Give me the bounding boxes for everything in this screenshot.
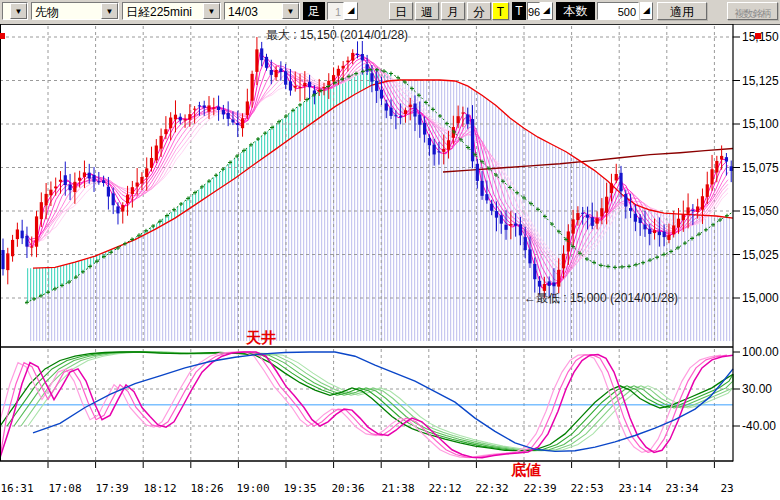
price-axis: 15,15015,12515,10015,07515,05015,02515,0… <box>733 30 779 433</box>
category-select[interactable]: 先物 ▼ <box>31 2 119 20</box>
bar-interval-spin-icon[interactable]: ◢ <box>344 2 358 20</box>
svg-text:19:00: 19:00 <box>236 482 269 495</box>
svg-text:23: 23 <box>720 482 733 495</box>
period-day-button[interactable]: 日 <box>389 2 413 20</box>
left-edge-marker <box>0 33 5 39</box>
bar-label: 足 <box>303 2 325 20</box>
max-price-annotation: 最大 : 15,150 (2014/01/28) <box>266 27 408 44</box>
svg-text:15,075: 15,075 <box>742 161 779 175</box>
min-price-annotation: ←最低 : 15,000 (2014/01/28) <box>524 290 678 307</box>
toolbar: ▼ 先物 ▼ 日経225mini ▼ 14/03 ▼ 足 1 ◢ 日 週 月 分… <box>0 0 780 25</box>
period-month-button[interactable]: 月 <box>441 2 465 20</box>
svg-text:21:38: 21:38 <box>381 482 414 495</box>
svg-text:23:14: 23:14 <box>618 482 651 495</box>
multi-symbol-button[interactable]: 複数銘柄 <box>727 2 778 20</box>
contract-month-select[interactable]: 14/03 ▼ <box>224 2 300 20</box>
svg-text:16:31: 16:31 <box>0 482 33 495</box>
svg-text:19:35: 19:35 <box>283 482 316 495</box>
mini-dropdown[interactable]: ▼ <box>2 2 28 20</box>
tick-mode-button[interactable]: T <box>492 2 509 20</box>
symbol-value: 日経225mini <box>123 3 203 19</box>
chevron-down-icon[interactable]: ▼ <box>203 3 220 19</box>
bar-count-label: 本数 <box>556 2 595 20</box>
svg-text:22:12: 22:12 <box>428 482 461 495</box>
chevron-down-icon[interactable]: ▼ <box>101 3 118 19</box>
apply-button[interactable]: 適用 <box>657 2 707 20</box>
svg-text:22:53: 22:53 <box>570 482 603 495</box>
trading-chart-app: ▼ 先物 ▼ 日経225mini ▼ 14/03 ▼ 足 1 ◢ 日 週 月 分… <box>0 0 780 500</box>
svg-text:17:39: 17:39 <box>95 482 128 495</box>
svg-text:22:39: 22:39 <box>523 482 556 495</box>
rci-mid-line <box>0 352 733 451</box>
time-axis: 16:3117:0817:3918:1218:2619:0019:3520:36… <box>0 462 733 495</box>
bar-count-field[interactable]: 500 <box>597 2 639 20</box>
svg-text:18:26: 18:26 <box>190 482 223 495</box>
contract-value: 14/03 <box>225 3 282 19</box>
ceiling-label: 天井 <box>246 329 276 348</box>
svg-text:15,000: 15,000 <box>742 291 779 305</box>
period-week-button[interactable]: 週 <box>415 2 439 20</box>
category-value: 先物 <box>32 3 101 19</box>
svg-text:15,125: 15,125 <box>742 74 779 88</box>
bar-interval-field[interactable]: 1 <box>327 2 344 20</box>
svg-text:100.00: 100.00 <box>742 345 779 359</box>
svg-text:20:36: 20:36 <box>331 482 364 495</box>
bottom-label: 底値 <box>511 461 541 480</box>
chevron-down-icon[interactable]: ▼ <box>282 3 299 19</box>
svg-text:15,100: 15,100 <box>742 117 779 131</box>
svg-text:30.00: 30.00 <box>742 382 772 396</box>
svg-text:15,025: 15,025 <box>742 248 779 262</box>
symbol-select[interactable]: 日経225mini ▼ <box>122 2 221 20</box>
svg-text:17:08: 17:08 <box>48 482 81 495</box>
svg-text:23:34: 23:34 <box>665 482 698 495</box>
chevron-down-icon[interactable]: ▼ <box>10 3 27 19</box>
right-edge-marker <box>755 33 761 39</box>
period-minute-button[interactable]: 分 <box>467 2 491 20</box>
svg-text:22:32: 22:32 <box>475 482 508 495</box>
svg-text:-40.00: -40.00 <box>742 419 776 433</box>
svg-text:18:12: 18:12 <box>143 482 176 495</box>
bar-count-spin-icon[interactable]: ◢ <box>640 2 653 20</box>
svg-text:15,050: 15,050 <box>742 204 779 218</box>
chart-canvas[interactable]: 15,15015,12515,10015,07515,05015,02515,0… <box>0 24 780 500</box>
tick-count-field[interactable]: 96 <box>527 2 540 20</box>
tick-count-label: T <box>512 2 526 20</box>
tick-count-spin-icon[interactable]: ◢ <box>540 2 553 20</box>
